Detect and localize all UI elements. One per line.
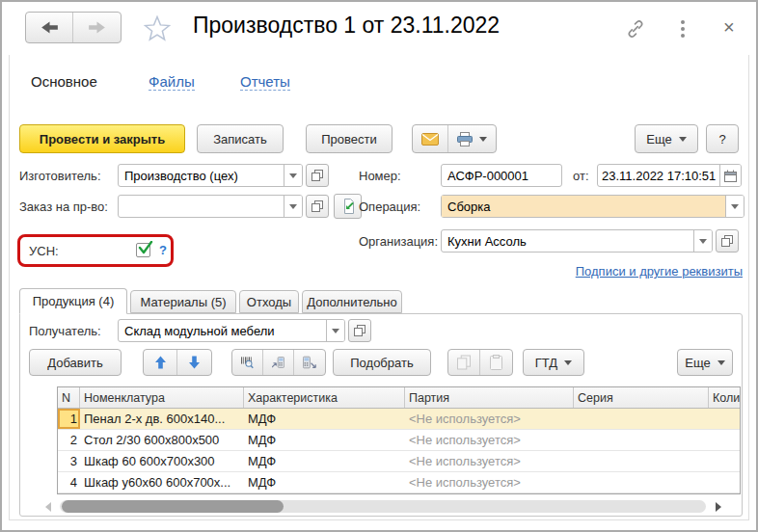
paste-row-button[interactable] (480, 350, 512, 375)
cell-n[interactable]: 3 (58, 451, 80, 471)
fill-from-order-button[interactable] (334, 194, 362, 219)
print-button[interactable] (448, 125, 496, 152)
manufacturer-open-button[interactable] (306, 164, 329, 187)
cell-characteristic[interactable]: МДФ (244, 430, 405, 450)
tab-waste[interactable]: Отходы (239, 290, 299, 313)
table-row[interactable]: 2 Стол 2/30 600х800х500 МДФ <Не использу… (58, 430, 740, 451)
production-order-open-button[interactable] (306, 195, 329, 218)
column-header-nomenclature[interactable]: Номенклатура (80, 387, 244, 408)
usn-checkbox[interactable] (136, 243, 150, 257)
more-button-label: Еще (646, 132, 671, 146)
calendar-button[interactable] (719, 165, 741, 186)
column-header-n[interactable]: N (58, 387, 80, 408)
save-button[interactable]: Записать (197, 124, 284, 153)
production-order-field[interactable] (118, 195, 303, 218)
column-header-quantity[interactable]: Колич... (709, 387, 740, 408)
arrow-right-icon (88, 21, 106, 34)
tab-products[interactable]: Продукция (4) (19, 288, 127, 314)
cell-batch[interactable]: <Не используется> (405, 472, 574, 492)
cell-series[interactable] (574, 472, 709, 492)
number-field[interactable]: АСФР-000001 (441, 164, 562, 187)
gtd-button[interactable]: ГТД (523, 349, 584, 376)
horizontal-scrollbar[interactable] (60, 500, 706, 513)
operation-dropdown-button[interactable] (725, 196, 744, 217)
cell-series[interactable] (574, 430, 709, 450)
cell-quantity[interactable] (709, 430, 740, 450)
nav-item-reports[interactable]: Отчеты (240, 73, 290, 91)
manufacturer-dropdown-button[interactable] (284, 165, 302, 186)
production-order-dropdown-button[interactable] (284, 196, 302, 217)
tab-additional[interactable]: Дополнительно (302, 290, 402, 313)
date-field[interactable]: 23.11.2022 17:10:51 (597, 164, 742, 187)
terminal-load-button[interactable] (263, 350, 294, 375)
column-header-batch[interactable]: Партия (405, 387, 574, 408)
production-order-value (119, 196, 284, 217)
help-button[interactable]: ? (706, 124, 739, 153)
table-more-button[interactable]: Еще (677, 349, 733, 376)
send-mail-button[interactable] (413, 125, 448, 152)
cell-characteristic[interactable]: МДФ (244, 409, 405, 429)
add-row-button[interactable]: Добавить (29, 349, 122, 376)
cell-series[interactable] (574, 409, 709, 429)
table-row[interactable]: 3 Шкаф 60 600х700х300 МДФ <Не использует… (58, 451, 740, 472)
cell-n[interactable]: 2 (58, 430, 80, 450)
cell-quantity[interactable] (709, 451, 740, 471)
table-row[interactable]: 1 Пенал 2-х дв. 600х140... МДФ <Не испол… (58, 409, 740, 430)
cell-batch[interactable]: <Не используется> (405, 409, 574, 429)
pick-items-button[interactable]: Подобрать (333, 349, 431, 376)
nav-item-files[interactable]: Файлы (149, 73, 195, 91)
barcode-magnifier-icon (241, 355, 254, 371)
chevron-down-icon (679, 137, 687, 142)
cell-n-active[interactable]: 1 (58, 409, 80, 429)
recipient-dropdown-button[interactable] (326, 320, 344, 341)
nav-item-main[interactable]: Основное (31, 73, 97, 90)
cell-nomenclature[interactable]: Шкаф 60 600х700х300 (80, 451, 244, 471)
cell-quantity[interactable] (709, 472, 740, 492)
forward-button[interactable] (73, 13, 121, 42)
cell-characteristic[interactable]: МДФ (244, 472, 405, 492)
cell-quantity[interactable] (709, 409, 740, 429)
tab-materials[interactable]: Материалы (5) (130, 290, 236, 313)
arrow-up-icon (155, 356, 166, 369)
post-button[interactable]: Провести (306, 124, 393, 153)
chevron-down-icon (289, 173, 297, 178)
cell-series[interactable] (574, 451, 709, 471)
arrow-down-icon (189, 356, 200, 369)
move-up-button[interactable] (144, 350, 177, 375)
organization-open-button[interactable] (716, 229, 739, 253)
manufacturer-field[interactable]: Производство (цех) (118, 164, 303, 187)
organization-field[interactable]: Кухни Ассоль (441, 229, 713, 253)
chevron-down-icon (289, 204, 297, 209)
calendar-icon (724, 170, 737, 182)
cell-characteristic[interactable]: МДФ (244, 451, 405, 471)
cell-nomenclature[interactable]: Шкаф у60х60 600х700х... (80, 472, 244, 492)
copy-link-button[interactable] (625, 18, 646, 43)
barcode-search-button[interactable] (232, 350, 263, 375)
terminal-unload-button[interactable] (294, 350, 325, 375)
column-header-series[interactable]: Серия (574, 387, 709, 408)
recipient-field[interactable]: Склад модульной мебели (118, 319, 345, 342)
cell-nomenclature[interactable]: Стол 2/30 600х800х500 (80, 430, 244, 450)
post-and-close-button[interactable]: Провести и закрыть (19, 124, 185, 153)
cell-nomenclature[interactable]: Пенал 2-х дв. 600х140... (80, 409, 244, 429)
more-button[interactable]: Еще (635, 124, 698, 153)
signatures-link[interactable]: Подписи и другие реквизиты (576, 264, 743, 279)
back-button[interactable] (26, 13, 73, 42)
table-row[interactable]: 4 Шкаф у60х60 600х700х... МДФ <Не исполь… (58, 472, 740, 493)
cell-n[interactable]: 4 (58, 472, 80, 492)
copy-row-button[interactable] (448, 350, 480, 375)
usn-help-link[interactable]: ? (159, 243, 167, 257)
favorite-button[interactable] (143, 13, 172, 46)
operation-field[interactable]: Сборка (441, 195, 744, 218)
scroll-right-button[interactable] (716, 502, 721, 512)
column-header-characteristic[interactable]: Характеристика (244, 387, 405, 408)
scrollbar-thumb[interactable] (62, 500, 284, 513)
cell-batch[interactable]: <Не используется> (405, 430, 574, 450)
close-icon[interactable]: × (723, 17, 735, 37)
cell-batch[interactable]: <Не используется> (405, 451, 574, 471)
kebab-menu-icon[interactable] (681, 20, 685, 38)
move-down-button[interactable] (177, 350, 211, 375)
organization-dropdown-button[interactable] (693, 230, 712, 252)
scroll-left-button[interactable] (45, 502, 51, 512)
recipient-open-button[interactable] (348, 319, 371, 342)
